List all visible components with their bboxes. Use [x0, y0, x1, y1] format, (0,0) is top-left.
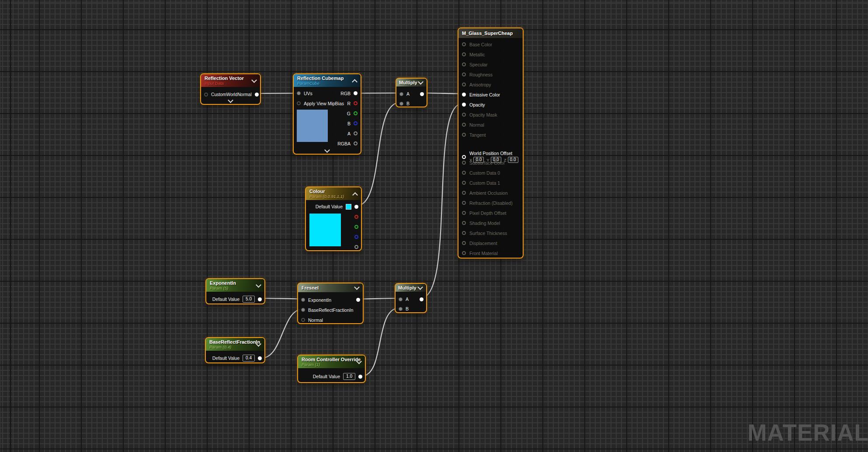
- material-pin-row[interactable]: Opacity: [458, 100, 523, 110]
- node-header[interactable]: Fresnel: [298, 283, 363, 292]
- input-pin[interactable]: [462, 113, 466, 117]
- input-pin[interactable]: [462, 251, 466, 255]
- output-pin[interactable]: [354, 205, 358, 209]
- node-header[interactable]: Room Controller Override Param (1): [298, 355, 365, 368]
- node-reflection-cubemap[interactable]: Reflection Cubemap ParamCube UVs Apply V…: [293, 73, 361, 155]
- node-multiply-top[interactable]: Multiply A B: [396, 78, 427, 107]
- node-header[interactable]: Reflection Vector Input Data: [201, 74, 260, 87]
- input-pin[interactable]: [462, 52, 466, 56]
- material-pin-row[interactable]: Normal: [458, 120, 523, 130]
- input-pin[interactable]: [462, 161, 466, 165]
- material-editor-watermark: MATERIAL: [747, 419, 868, 446]
- input-pin[interactable]: [301, 318, 305, 322]
- material-pin-row[interactable]: Surface Thickness: [458, 228, 523, 238]
- input-pin[interactable]: [399, 297, 403, 301]
- material-pin-row[interactable]: Subsurface Color: [458, 158, 523, 168]
- input-pin[interactable]: [462, 42, 466, 46]
- node-fresnel[interactable]: Fresnel ExponentIn BaseReflectFractionIn…: [297, 283, 364, 324]
- node-header[interactable]: Reflection Cubemap ParamCube: [294, 74, 361, 87]
- node-header[interactable]: ExponentIn Param (5): [206, 279, 264, 292]
- node-title: Colour: [309, 189, 358, 194]
- input-pin[interactable]: [462, 72, 466, 76]
- output-pin[interactable]: [354, 101, 358, 105]
- output-pin[interactable]: [354, 91, 358, 95]
- input-pin[interactable]: [462, 83, 466, 86]
- material-pin-row[interactable]: Anisotropy: [458, 79, 523, 90]
- material-pin-row[interactable]: Displacement: [458, 238, 523, 248]
- input-pin[interactable]: [462, 103, 466, 107]
- input-pin[interactable]: [462, 191, 466, 195]
- output-pin[interactable]: [258, 297, 262, 301]
- material-pin-row[interactable]: Shading Model: [458, 218, 523, 228]
- input-pin[interactable]: [462, 231, 466, 235]
- material-pin-row[interactable]: Emissive Color: [458, 90, 523, 100]
- input-pin[interactable]: [462, 123, 466, 127]
- output-pin[interactable]: [354, 141, 358, 145]
- input-pin[interactable]: [462, 93, 466, 97]
- node-header[interactable]: Multiply: [396, 284, 426, 292]
- output-pin[interactable]: [354, 225, 358, 229]
- pin-label: Roughness: [469, 72, 493, 77]
- input-pin[interactable]: [204, 93, 208, 97]
- material-pin-row[interactable]: Tangent: [458, 130, 523, 140]
- node-header[interactable]: Colour Param (0,0.91,1,1): [306, 187, 361, 200]
- default-value-input[interactable]: 5.0: [243, 296, 255, 303]
- node-exponent-in[interactable]: ExponentIn Param (5) Default Value 5.0: [205, 278, 265, 304]
- material-pin-row[interactable]: Custom Data 0: [458, 168, 523, 178]
- input-pin[interactable]: [301, 298, 305, 302]
- input-pin[interactable]: [399, 307, 403, 311]
- material-pin-row[interactable]: Pixel Depth Offset: [458, 208, 523, 218]
- output-pin[interactable]: [354, 111, 358, 115]
- material-pin-row[interactable]: Roughness: [458, 69, 523, 79]
- output-pin[interactable]: [258, 356, 262, 360]
- output-pin[interactable]: [420, 92, 424, 96]
- node-header[interactable]: Multiply: [396, 79, 427, 86]
- input-pin[interactable]: [462, 221, 466, 225]
- output-pin[interactable]: [255, 93, 259, 97]
- material-pin-row[interactable]: Refraction (Disabled): [458, 198, 523, 208]
- input-pin[interactable]: [462, 133, 466, 137]
- pin-label: B: [347, 121, 351, 126]
- output-pin[interactable]: [358, 375, 362, 379]
- output-pin[interactable]: [354, 131, 358, 135]
- material-pin-row[interactable]: Opacity Mask: [458, 110, 523, 120]
- pin-label: Front Material: [469, 251, 498, 256]
- material-pin-row[interactable]: Specular: [458, 59, 523, 69]
- material-graph-canvas[interactable]: { "watermark": "MATERIAL", "colors": { "…: [0, 0, 868, 452]
- material-pin-row[interactable]: Custom Data 1: [458, 178, 523, 188]
- material-pin-row[interactable]: Front Material: [458, 248, 523, 258]
- input-pin[interactable]: [462, 171, 466, 175]
- node-material-result[interactable]: M_Glass_SuperCheap Base Color Metallic S…: [458, 28, 524, 259]
- color-swatch[interactable]: [346, 204, 351, 210]
- input-pin[interactable]: [462, 241, 466, 245]
- default-value-input[interactable]: 1.0: [343, 373, 355, 380]
- output-pin[interactable]: [354, 121, 358, 125]
- input-pin[interactable]: [399, 102, 403, 106]
- output-pin[interactable]: [354, 235, 358, 239]
- wire-multiply2-to-opacity: [420, 104, 462, 299]
- input-pin[interactable]: [399, 92, 403, 96]
- wire-cubemap-rgb-to-multiply1-a: [357, 93, 399, 93]
- node-colour[interactable]: Colour Param (0,0.91,1,1) Default Value: [305, 186, 362, 251]
- input-pin[interactable]: [301, 308, 305, 312]
- output-pin[interactable]: [356, 298, 360, 302]
- output-pin[interactable]: [354, 245, 358, 249]
- node-base-reflect-fraction-in[interactable]: BaseReflectFractionIn Param (0.4) Defaul…: [205, 337, 265, 363]
- material-pin-row[interactable]: Ambient Occlusion: [458, 188, 523, 198]
- input-pin[interactable]: [462, 211, 466, 215]
- input-pin[interactable]: [462, 201, 466, 205]
- output-pin[interactable]: [420, 297, 424, 301]
- output-pin[interactable]: [354, 215, 358, 219]
- node-header[interactable]: BaseReflectFractionIn Param (0.4): [206, 338, 264, 351]
- material-pin-row[interactable]: Base Color: [458, 39, 523, 49]
- node-reflection-vector[interactable]: Reflection Vector Input Data CustomWorld…: [200, 73, 261, 105]
- node-multiply-bottom[interactable]: Multiply A B: [395, 283, 427, 313]
- input-pin[interactable]: [462, 181, 466, 185]
- material-pin-row[interactable]: Metallic: [458, 49, 523, 59]
- node-room-controller-override[interactable]: Room Controller Override Param (1) Defau…: [297, 355, 366, 383]
- default-value-input[interactable]: 0.4: [243, 355, 255, 362]
- input-pin[interactable]: [462, 62, 466, 66]
- pin-label: CustomWorldNormal: [211, 92, 252, 97]
- node-header[interactable]: M_Glass_SuperCheap: [458, 28, 523, 38]
- pin-label: A: [406, 297, 409, 302]
